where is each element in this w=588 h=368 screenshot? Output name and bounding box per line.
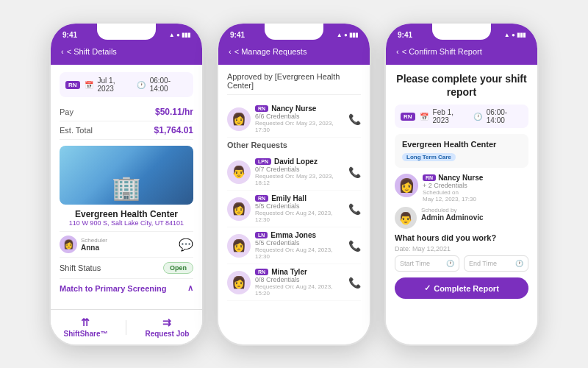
facility-name: Evergreen Health Center <box>60 209 193 219</box>
phone2-header-title: < Manage Requests <box>234 47 307 56</box>
approved-nurse-info: RN Nancy Nurse 6/6 Credentials Requested… <box>255 105 344 133</box>
chevron-up-icon: ∧ <box>187 283 193 293</box>
phone1-time: 9:41 <box>62 31 77 39</box>
hours-section: What hours did you work? Date: May 12,20… <box>395 233 528 299</box>
clock-icon: 🕐 <box>137 81 146 89</box>
request-avatar-3: 👩 <box>227 271 251 294</box>
calendar-icon: 📅 <box>85 81 93 89</box>
chevron-left-icon: ‹ <box>396 47 399 56</box>
phone2-back-button[interactable]: ‹ < Manage Requests <box>229 47 359 56</box>
request-info-3: RN Mina Tyler 0/8 Credentials Requested … <box>255 268 344 297</box>
start-time-input[interactable]: Start Time 🕐 <box>395 255 459 272</box>
shift-status-label: Shift Status <box>60 263 101 272</box>
request-chat-icon-1[interactable]: 📞 <box>348 203 361 215</box>
request-info-1: RN Emily Hall 5/5 Credentials Requested … <box>255 194 344 223</box>
phone1-date: Jul 1, 2023 <box>98 77 132 93</box>
request-chat-icon-0[interactable]: 📞 <box>348 166 361 178</box>
scheduler-avatar: 👩 <box>60 236 77 253</box>
scheduled-by-label: Scheduled by <box>421 207 484 213</box>
request-cred-3: 0/8 Credentials <box>255 276 344 283</box>
phone3-facility-name: Evergreen Health Center <box>402 140 521 149</box>
phone3-status-bar: 9:41 ▲ ● ▮▮▮ <box>386 24 537 43</box>
request-cred-0: 0/7 Credentials <box>255 166 344 173</box>
match-label: Match to Primary Screening <box>60 284 167 293</box>
message-icon[interactable]: 💬 <box>179 238 193 252</box>
phone3-back-button[interactable]: ‹ < Confirm Shift Report <box>396 47 527 56</box>
request-info-2: LN Emma Jones 5/5 Credentials Requested … <box>255 231 344 260</box>
request-job-button[interactable]: ⇉ Request Job <box>145 316 189 338</box>
phone3-status-icons: ▲ ● ▮▮▮ <box>504 32 526 38</box>
shift-status-value: Open <box>163 262 193 274</box>
request-name-0: David Lopez <box>274 158 318 166</box>
scheduler-row: 👩 Scheduler Anna 💬 <box>60 231 193 258</box>
nurse-badge: RN <box>423 174 436 181</box>
shift-share-label: ShiftShare™ <box>63 330 107 338</box>
phone3: 9:41 ▲ ● ▮▮▮ ‹ < Confirm Shift Report Pl… <box>384 22 539 346</box>
match-row[interactable]: Match to Primary Screening ∧ <box>60 278 193 297</box>
date-label: Date: May 12,2021 <box>395 245 528 252</box>
admin-row: 👨 Scheduled by Admin Adminovic <box>395 207 528 229</box>
approved-by-label: Approved by [Evergreen Health Center] <box>227 72 361 95</box>
bottom-divider <box>126 320 126 335</box>
clock-icon2: 🕐 <box>473 113 482 121</box>
nurse-info: RN Nancy Nurse + 2 Credentials Scheduled… <box>423 174 483 202</box>
approved-nurse-name: Nancy Nurse <box>271 105 316 113</box>
phone1-bottom-bar: ⇈ ShiftShare™ ⇉ Request Job <box>51 309 202 344</box>
phone3-facility-badge: Long Term Care <box>402 153 456 161</box>
approved-nurse-badge: RN <box>255 105 268 112</box>
phone-icon[interactable]: 📞 <box>348 113 361 125</box>
request-chat-icon-3[interactable]: 📞 <box>348 277 361 289</box>
phone1-time-range: 06:00-14:00 <box>150 77 187 93</box>
request-badge-0: LPN <box>255 158 271 165</box>
start-time-label: Start Time <box>400 260 430 267</box>
phone2-body: Approved by [Evergreen Health Center] 👩 … <box>218 65 370 327</box>
confirm-title: Please complete your shift report <box>395 72 528 99</box>
other-requests-label: Other Requests <box>227 141 361 149</box>
phone2-status-icons: ▲ ● ▮▮▮ <box>337 32 358 38</box>
admin-name: Admin Adminovic <box>421 213 484 222</box>
request-avatar-2: 👩 <box>227 234 251 258</box>
checkmark-icon: ✓ <box>424 283 431 293</box>
chevron-left-icon: ‹ <box>229 47 232 56</box>
scheduler-info: 👩 Scheduler Anna <box>60 236 107 253</box>
request-info-0: LPN David Lopez 0/7 Credentials Requeste… <box>255 158 344 186</box>
request-badge-1: RN <box>255 195 268 202</box>
request-icon: ⇉ <box>162 316 171 328</box>
est-label: Est. Total <box>60 126 93 135</box>
phone3-facility-card: Evergreen Health Center Long Term Care <box>395 134 528 168</box>
request-badge-2: LN <box>255 232 268 238</box>
request-name-2: Emma Jones <box>270 231 316 239</box>
phone2: 9:41 ▲ ● ▮▮▮ ‹ < Manage Requests Approve… <box>217 22 371 346</box>
request-date-1: Requested On: Aug 24, 2023, 12:30 <box>255 210 344 223</box>
phone3-header: ‹ < Confirm Shift Report <box>386 43 537 65</box>
request-date-3: Requested On: Aug 24, 2023, 15:20 <box>255 283 344 297</box>
complete-report-button[interactable]: ✓ Complete Report <box>395 277 528 299</box>
phone3-time-range: 06:00-14:00 <box>487 108 523 124</box>
phone1-status-icons: ▲ ● ▮▮▮ <box>169 32 190 38</box>
request-name-3: Mina Tyler <box>271 268 307 276</box>
nurse-name: Nancy Nurse <box>438 174 483 182</box>
scheduler-name: Anna <box>81 244 107 252</box>
phone1-body: RN 📅 Jul 1, 2023 🕐 06:00-14:00 Pay $50.1… <box>51 65 202 327</box>
admin-avatar: 👨 <box>395 207 417 229</box>
request-date-0: Requested On: May 23, 2023, 18:12 <box>255 173 344 186</box>
request-chat-icon-2[interactable]: 📞 <box>348 240 361 252</box>
scene: 9:41 ▲ ● ▮▮▮ ‹ < Shift Details RN 📅 Jul … <box>35 7 553 361</box>
hours-label: What hours did you work? <box>395 233 528 242</box>
phone3-date-row: RN 📅 Feb 1, 2023 🕐 06:00-14:00 <box>395 105 528 128</box>
phone1-back-button[interactable]: ‹ < Shift Details <box>61 47 192 56</box>
approved-nurse-date: Requested On: May 23, 2023, 17:30 <box>255 120 344 133</box>
shift-share-button[interactable]: ⇈ ShiftShare™ <box>63 316 107 338</box>
requests-list: 👨 LPN David Lopez 0/7 Credentials Reques… <box>227 154 361 301</box>
phone1-date-row: RN 📅 Jul 1, 2023 🕐 06:00-14:00 <box>60 72 193 97</box>
est-value: $1,764.01 <box>154 125 193 135</box>
request-avatar-0: 👨 <box>227 160 251 184</box>
request-date-2: Requested On: Aug 24, 2023, 12:30 <box>255 247 344 260</box>
phone3-header-title: < Confirm Shift Report <box>402 47 482 56</box>
end-time-input[interactable]: End Time 🕐 <box>464 255 528 272</box>
scheduler-label: Scheduler <box>81 237 107 244</box>
chevron-left-icon: ‹ <box>61 47 64 56</box>
phone2-header: ‹ < Manage Requests <box>218 43 370 65</box>
request-item-0: 👨 LPN David Lopez 0/7 Credentials Reques… <box>227 154 361 191</box>
clock-icon4: 🕐 <box>515 260 523 267</box>
